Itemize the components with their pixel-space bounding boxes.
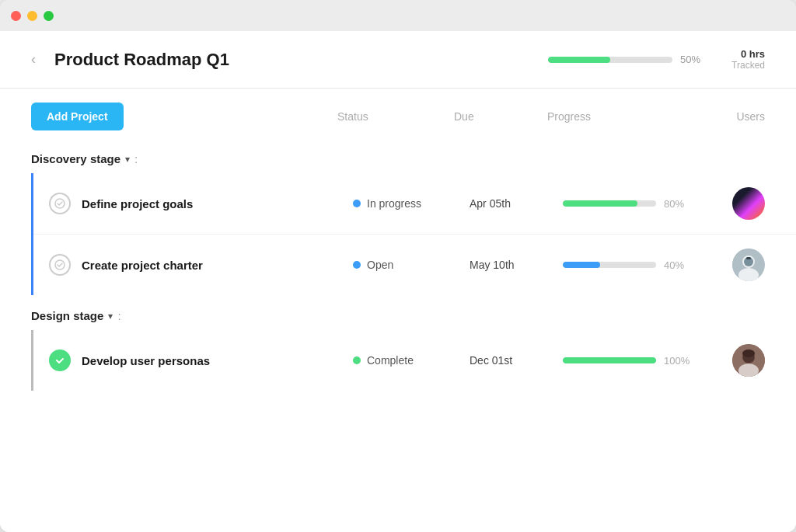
task-progress-3: 100% bbox=[563, 355, 718, 367]
task-due-2: May 10th bbox=[470, 259, 563, 271]
task-check-2[interactable] bbox=[49, 254, 71, 276]
add-project-button[interactable]: Add Project bbox=[31, 103, 124, 130]
title-bar bbox=[0, 0, 796, 31]
task-name-2: Create project charter bbox=[82, 259, 353, 272]
task-progress-fill-2 bbox=[563, 262, 600, 268]
task-progress-bar-1 bbox=[563, 200, 656, 207]
status-label-3: Complete bbox=[367, 354, 414, 367]
task-check-3[interactable] bbox=[49, 349, 71, 371]
task-avatar-1 bbox=[718, 187, 780, 220]
col-header-progress: Progress bbox=[547, 110, 703, 123]
tracked-hours: 0 hrs bbox=[731, 48, 765, 60]
overall-progress-fill bbox=[548, 57, 610, 63]
stage-label-discovery: Discovery stage bbox=[31, 152, 120, 165]
tasks-section-design: Develop user personas Complete Dec 01st … bbox=[31, 330, 796, 391]
avatar-2 bbox=[732, 249, 765, 281]
task-status-3: Complete bbox=[353, 354, 470, 367]
stage-label-design: Design stage bbox=[31, 309, 103, 322]
svg-point-11 bbox=[742, 349, 755, 357]
task-progress-bar-2 bbox=[563, 262, 656, 268]
tasks-section-discovery: Define project goals In progress Apr 05t… bbox=[31, 173, 796, 295]
status-dot-2 bbox=[353, 261, 361, 269]
task-progress-1: 80% bbox=[563, 198, 718, 210]
status-dot-3 bbox=[353, 356, 361, 364]
task-due-3: Dec 01st bbox=[470, 354, 563, 367]
col-header-users: Users bbox=[703, 110, 765, 123]
status-label-2: Open bbox=[367, 259, 393, 271]
status-dot-1 bbox=[353, 200, 361, 207]
header-progress-section: 50% bbox=[548, 54, 700, 65]
task-status-1: In progress bbox=[353, 197, 470, 210]
overall-progress-pct: 50% bbox=[680, 54, 700, 65]
svg-rect-6 bbox=[746, 257, 751, 259]
back-button[interactable]: ‹ bbox=[31, 51, 36, 68]
task-progress-2: 40% bbox=[563, 259, 718, 271]
close-icon[interactable] bbox=[11, 11, 21, 21]
task-progress-bar-3 bbox=[563, 357, 656, 363]
task-progress-fill-1 bbox=[563, 200, 637, 207]
avatar-3 bbox=[732, 344, 765, 377]
table-row[interactable]: Create project charter Open May 10th 40% bbox=[33, 235, 796, 295]
task-avatar-3 bbox=[718, 344, 780, 377]
task-due-1: Apr 05th bbox=[470, 197, 563, 210]
task-name-1: Define project goals bbox=[82, 197, 353, 210]
table-row[interactable]: Define project goals In progress Apr 05t… bbox=[33, 173, 796, 235]
task-name-3: Develop user personas bbox=[82, 354, 353, 367]
stage-arrow-discovery[interactable]: ▾ bbox=[125, 154, 130, 165]
page-title: Product Roadmap Q1 bbox=[54, 50, 532, 70]
status-label-1: In progress bbox=[367, 197, 421, 210]
task-status-2: Open bbox=[353, 259, 470, 271]
task-pct-1: 80% bbox=[664, 198, 693, 210]
task-pct-2: 40% bbox=[664, 259, 693, 271]
fullscreen-icon[interactable] bbox=[44, 11, 54, 21]
minimize-icon[interactable] bbox=[27, 11, 37, 21]
stage-arrow-design[interactable]: ▾ bbox=[108, 311, 113, 322]
stage-menu-design[interactable]: : bbox=[117, 309, 120, 322]
main-content: ‹ Product Roadmap Q1 50% 0 hrs Tracked A… bbox=[0, 31, 796, 532]
table-row[interactable]: Develop user personas Complete Dec 01st … bbox=[33, 330, 796, 391]
app-window: ‹ Product Roadmap Q1 50% 0 hrs Tracked A… bbox=[0, 0, 796, 532]
overall-progress-bar bbox=[548, 57, 672, 63]
avatar-1 bbox=[732, 187, 765, 220]
column-headers: Status Due Progress Users bbox=[124, 110, 765, 123]
task-check-1[interactable] bbox=[49, 193, 71, 214]
col-header-status: Status bbox=[337, 110, 454, 123]
col-header-due: Due bbox=[454, 110, 547, 123]
page-header: ‹ Product Roadmap Q1 50% 0 hrs Tracked bbox=[0, 31, 796, 89]
task-progress-fill-3 bbox=[563, 357, 656, 363]
stage-header-design: Design stage ▾ : bbox=[0, 295, 796, 330]
stage-header-discovery: Discovery stage ▾ : bbox=[0, 138, 796, 173]
stage-menu-discovery[interactable]: : bbox=[134, 152, 138, 165]
tracked-block: 0 hrs Tracked bbox=[731, 48, 765, 71]
task-avatar-2 bbox=[718, 249, 780, 281]
toolbar: Add Project Status Due Progress Users bbox=[0, 89, 796, 138]
tracked-label: Tracked bbox=[731, 60, 765, 71]
task-pct-3: 100% bbox=[664, 355, 693, 367]
